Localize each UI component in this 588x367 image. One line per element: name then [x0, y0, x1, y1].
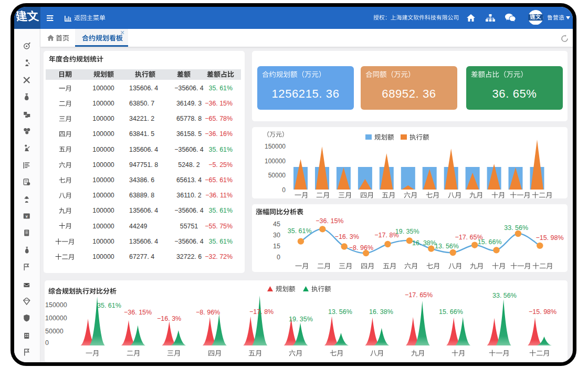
svg-text:¥: ¥ [25, 214, 28, 219]
